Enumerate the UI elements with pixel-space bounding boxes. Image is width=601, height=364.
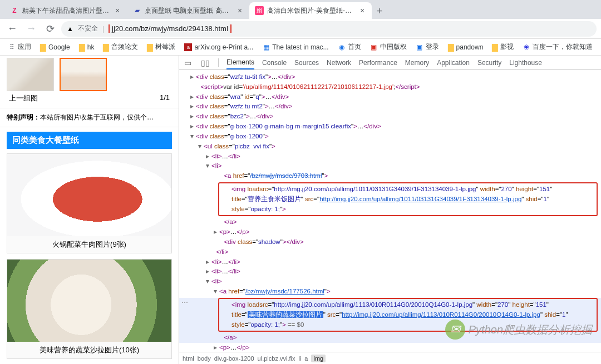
close-icon[interactable]: × xyxy=(114,7,121,14)
bookmark-label: 树莓派 xyxy=(155,42,175,52)
insecure-icon: ▲ xyxy=(67,25,73,33)
site-icon: ❀ xyxy=(523,43,530,51)
bookmark-item[interactable]: ▣中国版权 xyxy=(367,41,410,53)
folder-icon: ▇ xyxy=(40,43,46,52)
tab-favicon: ▰ xyxy=(132,6,141,15)
browser-tab-2[interactable]: 娟 高清白米饭图片-美食壁纸-高清… × xyxy=(249,2,372,19)
devtools-toolbar: ▭ ▯▯ Elements Console Sources Network Pe… xyxy=(179,56,601,70)
site-icon: ▦ xyxy=(262,43,270,51)
section-title: 同类美食大餐壁纸 xyxy=(7,132,172,149)
devtools-elements-tree[interactable]: ▸<div class="wzfz tu-tit fix">…</div> <s… xyxy=(179,70,601,352)
folder-icon: ▇ xyxy=(448,43,454,52)
bookmark-label: Google xyxy=(48,43,70,51)
crumb-selected[interactable]: img xyxy=(311,355,326,362)
bookmark-folder[interactable]: ▇pandown xyxy=(445,41,487,53)
divider xyxy=(218,58,219,67)
bookmark-item[interactable]: ▣登录 xyxy=(412,41,442,53)
folder-icon: ▇ xyxy=(147,43,153,52)
bookmark-folder[interactable]: ▇音频论文 xyxy=(100,41,141,53)
card-caption: 火锅配菜牛肉图片(9张) xyxy=(7,236,171,253)
devtools-tab-application[interactable]: Application xyxy=(437,59,470,67)
bookmark-label: 影视 xyxy=(500,42,514,52)
devtools-pane: ▭ ▯▯ Elements Console Sources Network Pe… xyxy=(179,56,601,364)
crumb[interactable]: div.g-box-1200 xyxy=(214,355,254,362)
folder-icon: ▇ xyxy=(79,43,85,52)
bookmark-folder[interactable]: ▇Google xyxy=(37,41,73,53)
new-tab-button[interactable]: + xyxy=(372,3,387,19)
highlight-box-2: <img loadsrc="http://img.jj20.com/up/all… xyxy=(218,298,598,332)
close-icon[interactable]: × xyxy=(236,7,244,14)
content-area: 上一组图 1/1 特别声明：本站所有图片收集于互联网，仅供个… 同类美食大餐壁纸… xyxy=(0,56,601,364)
crumb[interactable]: li xyxy=(298,355,301,362)
forward-button[interactable]: → xyxy=(23,21,39,37)
devtools-tab-console[interactable]: Console xyxy=(262,59,287,67)
tab-title: 精美下午茶甜品高清图片壁纸-Z… xyxy=(22,6,110,16)
bookmark-item[interactable]: ❀百度一下，你就知道 xyxy=(519,41,596,53)
devtools-breadcrumbs[interactable]: html body div.g-box-1200 ul.picbz.vvi.fi… xyxy=(179,352,601,364)
thumbnail[interactable] xyxy=(7,58,54,91)
close-icon[interactable]: × xyxy=(358,7,366,14)
site-icon: ▣ xyxy=(370,43,378,51)
site-icon: ◉ xyxy=(338,43,346,51)
browser-tab-1[interactable]: ▰ 桌面壁纸 电脑桌面壁纸 高清壁纸… × xyxy=(127,2,249,19)
bookmark-label: The latest in mac... xyxy=(272,43,328,51)
caption-row: 上一组图 1/1 xyxy=(0,91,179,108)
bookmark-folder[interactable]: ▇hk xyxy=(76,41,98,53)
crumb[interactable]: body xyxy=(198,355,211,362)
prev-group-link[interactable]: 上一组图 xyxy=(9,93,38,103)
apps-icon: ⠿ xyxy=(8,43,16,51)
related-card[interactable]: 美味营养的蔬菜沙拉图片(10张) xyxy=(7,259,172,359)
card-image xyxy=(7,260,171,342)
bookmark-label: pandown xyxy=(456,43,484,51)
devtools-tab-sources[interactable]: Sources xyxy=(294,59,319,67)
devtools-tab-elements[interactable]: Elements xyxy=(226,58,254,69)
inspect-icon[interactable]: ▭ xyxy=(183,58,193,67)
tab-favicon: 娟 xyxy=(255,6,264,15)
page-indicator: 1/1 xyxy=(160,93,170,103)
crumb[interactable]: a xyxy=(304,355,308,362)
thumbnail-row xyxy=(0,56,179,91)
bookmark-item[interactable]: ◉首页 xyxy=(334,41,364,53)
apps-button[interactable]: ⠿应用 xyxy=(4,41,35,53)
url-text: jj20.com/bz/mwjy/msdc/294138.html xyxy=(109,24,591,33)
tab-title: 高清白米饭图片-美食壁纸-高清… xyxy=(267,6,355,16)
reload-button[interactable]: ⟳ xyxy=(42,21,58,37)
site-icon: ▣ xyxy=(416,43,423,51)
notice-body: 本站所有图片收集于互联网，仅供个… xyxy=(40,113,154,121)
highlight-box-1: <img loadsrc="http://img.jj20.com/up/all… xyxy=(218,182,598,216)
tab-favicon: Z xyxy=(10,6,19,15)
bookmark-label: 百度一下，你就知道 xyxy=(533,42,593,52)
bookmark-label: 首页 xyxy=(348,42,361,52)
notice-text: 特别声明：本站所有图片收集于互联网，仅供个… xyxy=(0,108,179,127)
insecure-label: 不安全 xyxy=(78,24,98,33)
thumbnail-selected[interactable] xyxy=(60,58,107,91)
bookmark-folder[interactable]: ▇影视 xyxy=(489,41,517,53)
bookmarks-bar: ⠿应用 ▇Google ▇hk ▇音频论文 ▇树莓派 aarXiv.org e-… xyxy=(0,39,601,56)
devtools-tab-performance[interactable]: Performance xyxy=(359,59,397,67)
related-card[interactable]: 火锅配菜牛肉图片(9张) xyxy=(7,153,172,253)
tab-title: 桌面壁纸 电脑桌面壁纸 高清壁纸… xyxy=(145,6,233,16)
apps-label: 应用 xyxy=(18,42,31,52)
page-left-pane: 上一组图 1/1 特别声明：本站所有图片收集于互联网，仅供个… 同类美食大餐壁纸… xyxy=(0,56,179,364)
crumb[interactable]: html xyxy=(183,355,194,362)
bookmark-label: hk xyxy=(87,43,95,51)
devtools-tab-memory[interactable]: Memory xyxy=(405,59,429,67)
browser-tabs-bar: Z 精美下午茶甜品高清图片壁纸-Z… × ▰ 桌面壁纸 电脑桌面壁纸 高清壁纸…… xyxy=(0,0,601,19)
crumb[interactable]: ul.picbz.vvi.fix xyxy=(258,355,295,362)
bookmark-folder[interactable]: ▇树莓派 xyxy=(144,41,179,53)
devtools-tab-network[interactable]: Network xyxy=(327,59,351,67)
card-image xyxy=(7,154,171,236)
bookmark-item[interactable]: aarXiv.org e-Print a... xyxy=(181,42,257,53)
device-toggle-icon[interactable]: ▯▯ xyxy=(200,58,210,67)
divider: | xyxy=(102,25,104,33)
devtools-tab-security[interactable]: Security xyxy=(477,59,501,67)
back-button[interactable]: ← xyxy=(4,21,20,37)
devtools-tab-lighthouse[interactable]: Lighthouse xyxy=(509,59,542,67)
address-bar[interactable]: ▲ 不安全 | jj20.com/bz/mwjy/msdc/294138.htm… xyxy=(61,21,597,37)
bookmark-label: 中国版权 xyxy=(380,42,407,52)
bookmark-item[interactable]: ▦The latest in mac... xyxy=(259,42,332,53)
browser-nav-bar: ← → ⟳ ▲ 不安全 | jj20.com/bz/mwjy/msdc/2941… xyxy=(0,19,601,39)
browser-tab-0[interactable]: Z 精美下午茶甜品高清图片壁纸-Z… × xyxy=(4,2,127,19)
card-caption: 美味营养的蔬菜沙拉图片(10张) xyxy=(7,342,171,358)
bookmark-label: 音频论文 xyxy=(111,42,138,52)
